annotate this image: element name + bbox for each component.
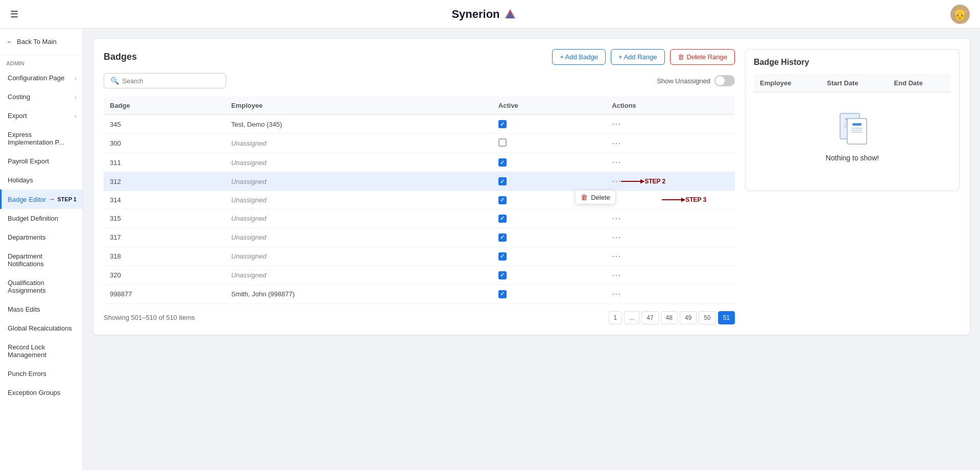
active-checkbox[interactable] <box>492 172 606 191</box>
toggle-knob <box>715 76 725 85</box>
sidebar-item-departments[interactable]: Departments <box>0 228 83 247</box>
step-badge: → STEP 1 <box>48 195 77 203</box>
employee-name: Unassigned <box>225 247 492 266</box>
action-dots[interactable]: ··· <box>606 228 735 247</box>
badge-number: 300 <box>104 134 225 153</box>
toggle-row: Show Unassigned <box>657 75 735 86</box>
table-row: 320 Unassigned ··· <box>104 266 735 285</box>
sidebar-item-label: Exception Groups <box>8 389 60 396</box>
sidebar-item-mass-edits[interactable]: Mass Edits <box>0 300 83 319</box>
page-48-button[interactable]: 48 <box>661 311 678 324</box>
content-layout: Badges + Add Badge + Add Range 🗑 Delete … <box>104 49 960 324</box>
sidebar-item-label: Mass Edits <box>8 306 40 313</box>
active-checkbox[interactable] <box>492 209 606 228</box>
sidebar-item-label: Departments <box>8 233 45 241</box>
back-to-main[interactable]: ← Back To Main <box>0 29 83 55</box>
badges-table: Badge Employee Active Actions 345 <box>104 97 735 304</box>
sidebar-item-global-recalculations[interactable]: Global Recalculations <box>0 319 83 338</box>
empty-clipboard-icon <box>834 113 870 149</box>
badges-header: Badges + Add Badge + Add Range 🗑 Delete … <box>104 49 735 65</box>
employee-name: Unassigned <box>225 172 492 191</box>
active-checkbox[interactable] <box>492 247 606 266</box>
employee-name: Unassigned <box>225 209 492 228</box>
table-row: 318 Unassigned ··· <box>104 247 735 266</box>
history-card: Badge History Employee Start Date End Da… <box>745 49 960 191</box>
col-badge: Badge <box>104 97 225 115</box>
table-row: 317 Unassigned ··· <box>104 228 735 247</box>
chevron-right-icon: › <box>75 94 77 100</box>
badges-table-head: Badge Employee Active Actions <box>104 97 735 115</box>
action-dots[interactable]: ··· <box>606 134 735 153</box>
add-badge-button[interactable]: + Add Badge <box>552 49 606 65</box>
search-toggle-row: 🔍 Show Unassigned <box>104 73 735 88</box>
table-row: 314 Unassigned 🗑 Delete <box>104 191 735 209</box>
hist-col-end-date: End Date <box>888 74 951 92</box>
active-checkbox[interactable] <box>492 285 606 303</box>
badge-number: 317 <box>104 228 225 247</box>
step-label-text: STEP 1 <box>57 196 77 202</box>
employee-name: Unassigned <box>225 134 492 153</box>
active-checkbox[interactable] <box>492 115 606 134</box>
empty-text: Nothing to show! <box>826 154 879 162</box>
delete-range-button[interactable]: 🗑 Delete Range <box>670 49 735 65</box>
delete-label: Delete <box>591 194 610 201</box>
step2-label: STEP 2 <box>644 178 665 185</box>
delete-dropdown[interactable]: 🗑 Delete <box>575 190 616 204</box>
show-unassigned-toggle[interactable] <box>714 75 735 86</box>
delete-range-label: Delete Range <box>687 53 728 61</box>
sidebar-item-express-impl[interactable]: Express Implementation P... <box>0 125 83 152</box>
sidebar-item-label: Costing <box>8 93 30 101</box>
badges-panel: Badges + Add Badge + Add Range 🗑 Delete … <box>104 49 735 324</box>
employee-name: Unassigned <box>225 228 492 247</box>
pagination-row: Showing 501–510 of 510 items 1 ... 47 48… <box>104 311 735 324</box>
page-47-button[interactable]: 47 <box>641 311 658 324</box>
page-50-button[interactable]: 50 <box>699 311 715 324</box>
search-input[interactable] <box>122 77 220 85</box>
page-49-button[interactable]: 49 <box>680 311 697 324</box>
badge-number: 311 <box>104 153 225 172</box>
sidebar-item-exception-groups[interactable]: Exception Groups <box>0 383 83 402</box>
active-checkbox[interactable] <box>492 134 606 153</box>
action-dots[interactable]: ··· ▶ STEP 2 <box>606 172 735 191</box>
chevron-right-icon: › <box>75 75 77 81</box>
menu-icon[interactable]: ☰ <box>10 9 18 20</box>
active-checkbox[interactable] <box>492 266 606 285</box>
admin-label: ADMIN <box>0 55 83 68</box>
sidebar-item-budget-definition[interactable]: Budget Definition <box>0 209 83 228</box>
sidebar-item-label: Qualification Assignments <box>8 279 77 294</box>
showing-text: Showing 501–510 of 510 items <box>104 314 195 321</box>
avatar[interactable]: 👴 <box>950 5 970 24</box>
sidebar-item-costing[interactable]: Costing › <box>0 87 83 106</box>
sidebar: ← Back To Main ADMIN Configuration Page … <box>0 29 83 470</box>
sidebar-item-export[interactable]: Export › <box>0 106 83 125</box>
page-1-button[interactable]: 1 <box>609 311 623 324</box>
search-box[interactable]: 🔍 <box>104 73 226 88</box>
add-range-button[interactable]: + Add Range <box>611 49 665 65</box>
sidebar-item-department-notifications[interactable]: Department Notifications <box>0 247 83 273</box>
action-dots[interactable]: ··· <box>606 247 735 266</box>
sidebar-item-holidays[interactable]: Holidays <box>0 171 83 190</box>
sidebar-item-label: Configuration Page <box>8 74 64 82</box>
action-dots[interactable]: ··· <box>606 153 735 172</box>
action-dots[interactable]: 🗑 Delete ▶ STEP 3 <box>606 191 735 209</box>
app-body: ← Back To Main ADMIN Configuration Page … <box>0 29 980 470</box>
sidebar-item-label: Department Notifications <box>8 252 77 268</box>
action-dots[interactable]: ··· <box>606 285 735 303</box>
sidebar-item-badge-editor[interactable]: Badge Editor → STEP 1 <box>0 190 83 209</box>
badges-title: Badges <box>104 52 137 62</box>
active-checkbox[interactable] <box>492 153 606 172</box>
sidebar-item-qualification-assignments[interactable]: Qualification Assignments <box>0 273 83 300</box>
action-dots[interactable]: ··· <box>606 115 735 134</box>
badge-history-panel: Badge History Employee Start Date End Da… <box>745 49 960 324</box>
sidebar-item-payroll-export[interactable]: Payroll Export <box>0 152 83 171</box>
sidebar-item-record-lock-management[interactable]: Record Lock Management <box>0 338 83 364</box>
action-dots[interactable]: ··· <box>606 209 735 228</box>
sidebar-item-label: Record Lock Management <box>8 343 77 359</box>
sidebar-item-configuration-page[interactable]: Configuration Page › <box>0 68 83 87</box>
action-dots[interactable]: ··· <box>606 266 735 285</box>
active-checkbox[interactable] <box>492 228 606 247</box>
page-51-button[interactable]: 51 <box>718 311 735 324</box>
sidebar-item-punch-errors[interactable]: Punch Errors <box>0 364 83 383</box>
sidebar-item-label: Punch Errors <box>8 370 46 378</box>
step3-label: STEP 3 <box>685 196 706 203</box>
